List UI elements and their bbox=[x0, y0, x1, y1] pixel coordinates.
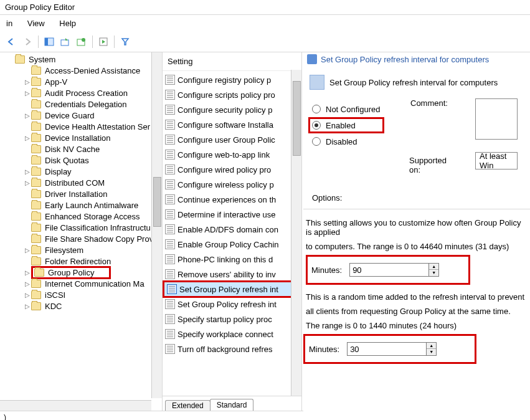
setting-item[interactable]: Enable Group Policy Cachin bbox=[163, 237, 301, 252]
setting-item[interactable]: Set Group Policy refresh int bbox=[163, 297, 301, 312]
toolbar-refresh-icon[interactable] bbox=[74, 34, 89, 49]
spin-down-icon[interactable]: ▼ bbox=[429, 270, 438, 276]
setting-item[interactable]: Configure scripts policy pro bbox=[163, 87, 301, 102]
setting-label: Phone-PC linking on this d bbox=[177, 255, 273, 264]
setting-item[interactable]: Continue experiences on th bbox=[163, 192, 301, 207]
comment-textarea[interactable] bbox=[475, 98, 518, 140]
expander-icon[interactable]: ▷ bbox=[24, 269, 31, 276]
setting-item[interactable]: Phone-PC linking on this d bbox=[163, 252, 301, 267]
expander-icon[interactable] bbox=[24, 67, 31, 74]
toolbar-back-icon[interactable] bbox=[4, 34, 19, 49]
tree-scrollbar-v[interactable] bbox=[151, 52, 162, 398]
setting-item[interactable]: Configure registry policy p bbox=[163, 72, 301, 87]
expander-icon[interactable]: ▷ bbox=[24, 280, 31, 287]
tree-item[interactable]: Early Launch Antimalware bbox=[0, 199, 162, 211]
minutes-spinner-2[interactable]: ▲▼ bbox=[347, 342, 437, 356]
setting-item[interactable]: Set Group Policy refresh int bbox=[163, 280, 301, 298]
setting-item[interactable]: Configure wired policy pro bbox=[163, 162, 301, 177]
tree-root[interactable]: System bbox=[0, 54, 162, 65]
setting-label: Specify workplace connect bbox=[177, 330, 273, 339]
expander-icon[interactable] bbox=[24, 145, 31, 153]
tree-item[interactable]: ▷Device Guard bbox=[0, 110, 162, 121]
expander-icon[interactable]: ▷ bbox=[24, 112, 31, 119]
expander-icon[interactable] bbox=[24, 100, 31, 108]
tree-item[interactable]: Credentials Delegation bbox=[0, 98, 162, 110]
expander-icon[interactable]: ▷ bbox=[24, 246, 31, 254]
tab-extended[interactable]: Extended bbox=[165, 400, 211, 411]
expander-icon[interactable] bbox=[24, 123, 31, 130]
menu-item-help[interactable]: Help bbox=[53, 16, 82, 31]
tab-standard[interactable]: Standard bbox=[210, 399, 254, 411]
tree-item[interactable]: Device Health Attestation Ser bbox=[0, 121, 162, 132]
setting-item[interactable]: Specify workplace connect bbox=[163, 327, 301, 341]
tree-item[interactable]: ▷Filesystem bbox=[0, 244, 162, 255]
expander-icon[interactable]: ▷ bbox=[24, 134, 31, 141]
expander-icon[interactable] bbox=[24, 190, 31, 198]
radio-icon[interactable] bbox=[312, 105, 321, 113]
expander-icon[interactable] bbox=[24, 224, 31, 231]
folder-icon bbox=[31, 212, 41, 221]
settings-header[interactable]: Setting bbox=[163, 52, 301, 71]
tree-item[interactable]: ▷App-V bbox=[0, 76, 162, 87]
spin-up-icon[interactable]: ▲ bbox=[429, 264, 438, 270]
expander-icon[interactable]: ▷ bbox=[24, 168, 31, 175]
setting-item[interactable]: Configure security policy p bbox=[163, 102, 301, 117]
tree-item[interactable]: ▷Display bbox=[0, 166, 162, 177]
minutes-input-2[interactable] bbox=[347, 342, 427, 356]
tree-item[interactable]: File Share Shadow Copy Prov bbox=[0, 233, 162, 244]
comment-label: Comment: bbox=[410, 98, 448, 108]
tree-item[interactable]: File Classification Infrastructu bbox=[0, 222, 162, 233]
radio-icon[interactable] bbox=[312, 121, 321, 130]
expander-icon[interactable]: ▷ bbox=[24, 291, 31, 298]
setting-item[interactable]: Configure software Installa bbox=[163, 117, 301, 132]
setting-item[interactable]: Configure web-to-app link bbox=[163, 147, 301, 162]
toolbar-export-icon[interactable] bbox=[58, 34, 73, 49]
settings-scrollbar[interactable] bbox=[291, 70, 301, 396]
menu-item[interactable]: in bbox=[0, 16, 19, 31]
tree-item[interactable]: Disk Quotas bbox=[0, 155, 162, 166]
tree-scrollbar-h[interactable] bbox=[0, 400, 151, 411]
expander-icon[interactable]: ▷ bbox=[24, 302, 31, 310]
expander-icon[interactable] bbox=[24, 201, 31, 209]
option-desc: The range is 0 to 1440 minutes (24 hours… bbox=[306, 318, 526, 333]
tree-item[interactable]: ▷Audit Process Creation bbox=[0, 87, 162, 98]
setting-item[interactable]: Turn off background refres bbox=[163, 341, 301, 356]
expander-icon[interactable] bbox=[24, 257, 31, 265]
toolbar-play-icon[interactable] bbox=[96, 34, 111, 49]
setting-item[interactable]: Remove users' ability to inv bbox=[163, 267, 301, 282]
minutes-input-1[interactable] bbox=[349, 263, 429, 277]
setting-item[interactable]: Enable AD/DFS domain con bbox=[163, 222, 301, 237]
setting-item[interactable]: Configure wireless policy p bbox=[163, 177, 301, 192]
setting-item[interactable]: Determine if interactive use bbox=[163, 207, 301, 222]
spin-down-icon[interactable]: ▼ bbox=[427, 349, 436, 355]
toolbar-view-icon[interactable] bbox=[42, 34, 57, 49]
tree-item[interactable]: ▷iSCSI bbox=[0, 289, 162, 300]
expander-icon[interactable]: ▷ bbox=[24, 78, 31, 85]
toolbar-filter-icon[interactable] bbox=[118, 34, 133, 49]
expander-icon[interactable]: ▷ bbox=[24, 89, 31, 97]
radio-enabled[interactable]: Enabled bbox=[308, 117, 384, 133]
tree-item[interactable]: Enhanced Storage Access bbox=[0, 211, 162, 222]
menu-item-view[interactable]: View bbox=[21, 16, 51, 31]
tree-item[interactable]: ▷Device Installation bbox=[0, 132, 162, 143]
expander-icon[interactable] bbox=[24, 212, 31, 220]
tree-item[interactable]: Disk NV Cache bbox=[0, 143, 162, 155]
setting-item[interactable]: Specify startup policy proc bbox=[163, 312, 301, 327]
spin-up-icon[interactable]: ▲ bbox=[427, 343, 436, 349]
tree-item[interactable]: ▷Internet Communication Ma bbox=[0, 278, 162, 289]
setting-item[interactable]: Configure user Group Polic bbox=[163, 132, 301, 147]
expander-icon[interactable]: ▷ bbox=[24, 179, 31, 186]
folder-icon bbox=[15, 55, 25, 64]
tree-item[interactable]: Access-Denied Assistance bbox=[0, 65, 162, 76]
tree-item[interactable]: ▷Group Policy bbox=[0, 267, 162, 278]
radio-icon[interactable] bbox=[312, 137, 321, 146]
tree-item[interactable]: Driver Installation bbox=[0, 188, 162, 199]
tree-item[interactable]: ▷KDC bbox=[0, 300, 162, 312]
minutes-spinner-1[interactable]: ▲▼ bbox=[349, 263, 439, 277]
tree-item[interactable]: ▷Distributed COM bbox=[0, 177, 162, 188]
expander-icon[interactable] bbox=[24, 235, 31, 242]
expander-icon[interactable] bbox=[24, 156, 31, 164]
toolbar-forward-icon[interactable] bbox=[20, 34, 35, 49]
tree-item[interactable]: Folder Redirection bbox=[0, 255, 162, 267]
tree-item-label: Disk NV Cache bbox=[44, 145, 101, 154]
